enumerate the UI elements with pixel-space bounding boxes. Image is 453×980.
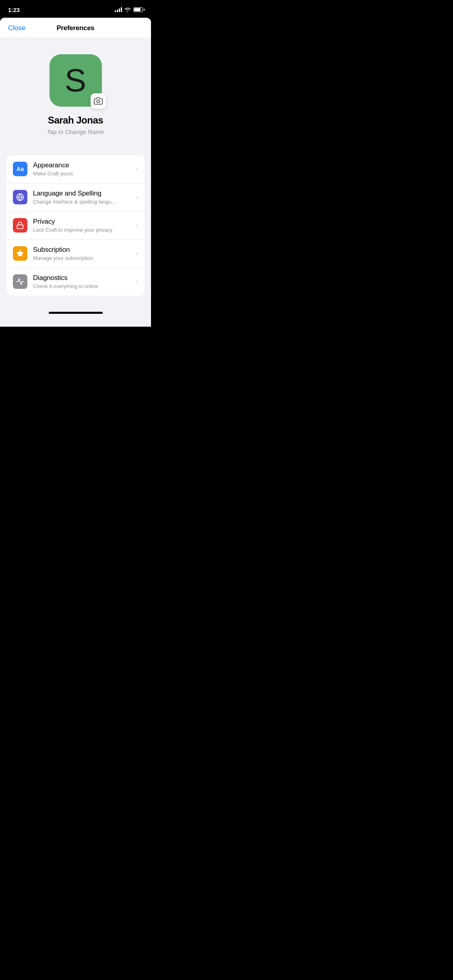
settings-item-diagnostics[interactable]: Diagnostics Check if everything is onlin… (6, 268, 145, 296)
avatar-container[interactable]: S (50, 54, 102, 107)
settings-list: Aa Appearance Make Craft yours › (6, 155, 145, 296)
page-title: Preferences (56, 24, 94, 32)
activity-icon (16, 278, 24, 286)
profile-section: S Sarah Jonas Tap to Change Name (0, 38, 151, 147)
diagnostics-text: Diagnostics Check if everything is onlin… (33, 274, 133, 290)
camera-badge[interactable] (91, 93, 106, 109)
battery-icon (133, 7, 143, 12)
language-subtitle: Change interface & spelling langu... (33, 199, 133, 206)
status-icons (115, 7, 143, 12)
settings-item-subscription[interactable]: Subscription Manage your subscription › (6, 240, 145, 268)
language-title: Language and Spelling (33, 189, 133, 198)
svg-rect-3 (17, 225, 23, 229)
language-icon-wrap (13, 190, 27, 204)
subscription-title: Subscription (33, 245, 133, 254)
chevron-right-icon: › (136, 278, 138, 285)
appearance-icon-wrap: Aa (13, 162, 27, 176)
language-text: Language and Spelling Change interface &… (33, 189, 133, 206)
lock-icon (16, 221, 24, 229)
privacy-text: Privacy Lock Craft to improve your priva… (33, 217, 133, 234)
close-button[interactable]: Close (8, 24, 25, 32)
appearance-title: Appearance (33, 161, 133, 170)
status-time: 1:23 (8, 6, 20, 13)
status-bar: 1:23 (0, 0, 151, 18)
diagnostics-icon-wrap (13, 274, 27, 289)
chevron-right-icon: › (136, 165, 138, 173)
chevron-right-icon: › (136, 250, 138, 257)
svg-point-0 (97, 100, 99, 103)
appearance-text: Appearance Make Craft yours (33, 161, 133, 177)
subscription-text: Subscription Manage your subscription (33, 245, 133, 262)
camera-icon (94, 97, 103, 105)
privacy-subtitle: Lock Craft to improve your privacy (33, 227, 133, 234)
settings-item-language[interactable]: Language and Spelling Change interface &… (6, 183, 145, 212)
diagnostics-title: Diagnostics (33, 274, 133, 282)
globe-icon (16, 193, 24, 201)
settings-item-privacy[interactable]: Privacy Lock Craft to improve your priva… (6, 212, 145, 240)
wifi-icon (124, 7, 131, 12)
subscription-subtitle: Manage your subscription (33, 255, 133, 262)
appearance-subtitle: Make Craft yours (33, 171, 133, 177)
modal-container: Close Preferences S Sarah Jonas Tap to C… (0, 18, 151, 327)
star-icon (16, 249, 24, 257)
content-area: S Sarah Jonas Tap to Change Name Aa (0, 38, 151, 296)
home-indicator (49, 312, 103, 314)
appearance-icon: Aa (17, 166, 24, 172)
svg-marker-4 (17, 250, 24, 257)
nav-bar: Close Preferences (0, 18, 151, 38)
subscription-icon-wrap (13, 246, 27, 261)
profile-name[interactable]: Sarah Jonas (48, 115, 103, 126)
privacy-title: Privacy (33, 217, 133, 226)
chevron-right-icon: › (136, 194, 138, 201)
settings-item-appearance[interactable]: Aa Appearance Make Craft yours › (6, 155, 145, 183)
diagnostics-subtitle: Check if everything is online (33, 283, 133, 290)
signal-bars-icon (115, 7, 122, 12)
profile-subtitle[interactable]: Tap to Change Name (47, 128, 104, 135)
avatar-letter: S (65, 64, 86, 97)
privacy-icon-wrap (13, 218, 27, 233)
chevron-right-icon: › (136, 222, 138, 229)
